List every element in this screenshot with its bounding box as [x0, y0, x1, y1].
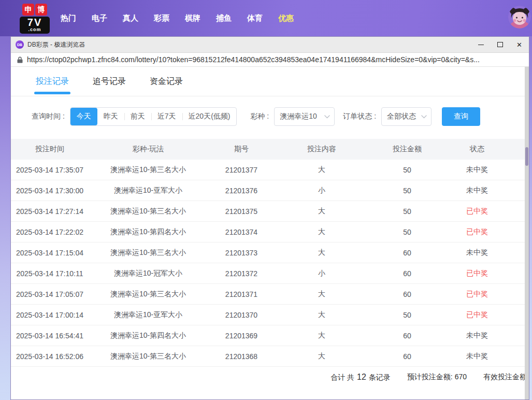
status-cell: 未中奖	[446, 248, 508, 258]
user-avatar[interactable]	[508, 6, 531, 28]
table-row: 2025-03-14 17:30:00澳洲幸运10-亚军大小21201376小5…	[11, 180, 529, 201]
logo-com-text: .com	[20, 27, 50, 32]
nav-item-2[interactable]: 真人	[123, 13, 138, 23]
order-status-select-value: 全部状态	[387, 112, 416, 121]
url-input[interactable]: https://ctop02pchwp1.zfnc84.com/lottery/…	[27, 55, 480, 64]
content-cell: 大	[275, 165, 368, 175]
column-header-0: 投注时间	[11, 145, 89, 154]
site-header: 申 博 7V .com 热门电子真人彩票棋牌捕鱼体育优惠	[0, 0, 532, 36]
game-cell: 澳洲幸运10-第四名大小	[89, 227, 208, 237]
nav-item-0[interactable]: 热门	[61, 13, 76, 23]
table-row: 2025-03-14 17:27:14澳洲幸运10-第三名大小21201375大…	[11, 201, 529, 222]
avatar-image	[508, 6, 531, 28]
bet-record-table: 投注时间彩种-玩法期号投注内容投注金额状态 2025-03-14 17:35:0…	[11, 139, 529, 388]
period-cell: 21201371	[208, 290, 275, 298]
time-option-0[interactable]: 今天	[70, 108, 97, 125]
column-header-1: 彩种-玩法	[89, 145, 208, 154]
table-row: 2025-03-14 17:35:07澳洲幸运10-第三名大小21201377大…	[11, 160, 529, 180]
main-nav: 热门电子真人彩票棋牌捕鱼体育优惠	[61, 0, 294, 36]
logo-squares: 申 博	[20, 4, 50, 16]
period-cell: 21201372	[208, 269, 275, 278]
logo-square-2: 博	[35, 4, 47, 16]
time-cell: 2025-03-14 17:15:04	[11, 249, 89, 257]
tab-2[interactable]: 资金记录	[150, 67, 183, 96]
window-favicon: DB	[16, 40, 24, 49]
table-row: 2025-03-14 17:00:14澳洲幸运10-亚军大小21201370大5…	[11, 305, 529, 325]
period-cell: 21201370	[208, 311, 275, 319]
window-titlebar: DB DB彩票 - 极速浏览器 ✕	[11, 37, 529, 52]
nav-item-7[interactable]: 优惠	[278, 13, 294, 23]
status-cell: 已中奖	[446, 227, 508, 237]
maximize-button[interactable]	[491, 37, 510, 52]
nav-item-6[interactable]: 体育	[247, 13, 263, 23]
column-header-3: 投注内容	[275, 145, 368, 154]
nav-item-3[interactable]: 彩票	[154, 13, 169, 23]
content-cell: 小	[275, 186, 368, 195]
time-cell: 2025-03-14 16:54:41	[11, 332, 89, 340]
table-row: 2025-03-14 17:05:07澳洲幸运10-第三名大小21201371大…	[11, 284, 529, 305]
period-cell: 21201375	[208, 207, 275, 216]
order-status-select[interactable]: 全部状态	[381, 107, 432, 126]
period-cell: 21201373	[208, 249, 275, 257]
scrollbar-track[interactable]	[525, 67, 529, 399]
tab-1[interactable]: 追号记录	[93, 67, 126, 96]
total-prefix: 合计 共	[330, 373, 354, 381]
content-cell: 大	[275, 290, 368, 299]
time-option-1[interactable]: 昨天	[97, 108, 124, 125]
estimated-label: 预计投注金额:	[407, 373, 453, 381]
content-cell: 大	[275, 227, 368, 237]
table-row: 2025-03-14 17:10:11澳洲幸运10-冠军大小21201372小6…	[11, 263, 529, 284]
total-suffix: 条记录	[369, 373, 391, 381]
amount-cell: 60	[368, 269, 446, 278]
url-bar: https://ctop02pchwp1.zfnc84.com/lottery/…	[11, 52, 529, 67]
time-option-3[interactable]: 近7天	[151, 108, 182, 125]
filter-bar: 查询时间 : 今天昨天前天近7天近20天(低频) 彩种 : 澳洲幸运10 订单状…	[11, 107, 529, 126]
time-cell: 2025-03-14 17:05:07	[11, 290, 89, 298]
game-cell: 澳洲幸运10-亚军大小	[89, 186, 208, 195]
tab-0[interactable]: 投注记录	[36, 67, 69, 96]
amount-cell: 60	[368, 332, 446, 340]
status-cell: 未中奖	[446, 352, 508, 361]
logo-black-panel: 7V .com	[20, 17, 50, 34]
minimize-icon	[478, 45, 484, 45]
scrollbar-thumb[interactable]	[525, 147, 528, 166]
status-cell: 已中奖	[446, 269, 508, 278]
record-tabs: 投注记录追号记录资金记录	[11, 67, 529, 96]
minimize-button[interactable]	[471, 37, 491, 52]
query-button[interactable]: 查询	[442, 107, 480, 126]
page-content: 投注记录追号记录资金记录 查询时间 : 今天昨天前天近7天近20天(低频) 彩种…	[11, 67, 529, 399]
time-option-2[interactable]: 前天	[124, 108, 151, 125]
lock-icon	[17, 56, 23, 63]
site-logo[interactable]: 申 博 7V .com	[20, 4, 50, 34]
status-cell: 未中奖	[446, 331, 508, 340]
logo-square-1: 申	[22, 4, 34, 16]
nav-item-4[interactable]: 棋牌	[185, 13, 200, 23]
amount-cell: 50	[368, 166, 446, 174]
game-cell: 澳洲幸运10-第三名大小	[89, 290, 208, 299]
nav-item-5[interactable]: 捕鱼	[216, 13, 232, 23]
time-option-4[interactable]: 近20天(低频)	[182, 108, 237, 125]
game-cell: 澳洲幸运10-第三名大小	[89, 165, 208, 175]
lottery-select[interactable]: 澳洲幸运10	[274, 107, 335, 126]
amount-cell: 50	[368, 207, 446, 216]
status-cell: 已中奖	[446, 207, 508, 216]
period-cell: 21201376	[208, 187, 275, 195]
amount-cell: 60	[368, 352, 446, 361]
estimated-value: 670	[455, 373, 467, 381]
table-row: 2025-03-14 16:52:06澳洲幸运10-第三名大小21201368大…	[11, 346, 529, 367]
order-status-filter-label: 订单状态 :	[343, 112, 376, 121]
period-cell: 21201368	[208, 352, 275, 361]
game-cell: 澳洲幸运10-亚军大小	[89, 310, 208, 320]
table-row: 2025-03-14 16:54:41澳洲幸运10-第四名大小21201369大…	[11, 325, 529, 346]
chevron-down-icon	[421, 115, 427, 119]
amount-cell: 50	[368, 311, 446, 319]
time-cell: 2025-03-14 17:30:00	[11, 187, 89, 195]
close-button[interactable]: ✕	[510, 37, 529, 52]
column-header-5: 状态	[446, 145, 508, 154]
game-cell: 澳洲幸运10-第三名大小	[89, 248, 208, 258]
amount-cell: 60	[368, 249, 446, 257]
status-cell: 未中奖	[446, 165, 508, 175]
status-cell: 已中奖	[446, 310, 508, 320]
content-cell: 大	[275, 310, 368, 320]
nav-item-1[interactable]: 电子	[92, 13, 107, 23]
